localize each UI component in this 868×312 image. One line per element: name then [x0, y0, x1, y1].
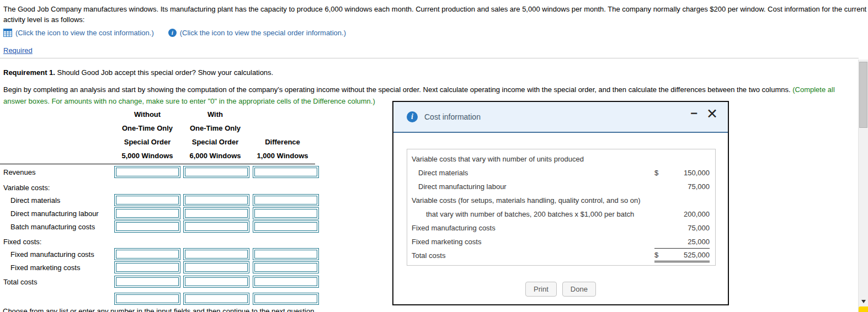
answer-box — [114, 276, 180, 288]
col2-header: One-Time Only — [183, 121, 247, 135]
row-label: Direct manufacturing labour — [0, 209, 114, 218]
answer-box — [183, 220, 249, 233]
problem-statement-line2: activity level is as follows: — [3, 15, 84, 24]
answer-input[interactable] — [185, 168, 248, 176]
dialog-buttons: Print Done — [393, 282, 728, 297]
table-row-fixed-marketing-costs: Fixed marketing costs — [0, 261, 319, 273]
row-label: Fixed marketing costs — [0, 263, 114, 272]
cost-table-icon[interactable] — [3, 29, 12, 37]
answer-box — [253, 261, 319, 273]
answer-box — [183, 293, 249, 305]
answer-box — [183, 207, 249, 219]
answer-input[interactable] — [116, 196, 179, 205]
clipped-bottom-text: Choose from any list or enter any number… — [3, 307, 316, 312]
cost-info-link-label: (Click the icon to view the cost informa… — [15, 29, 154, 37]
answer-input[interactable] — [116, 250, 179, 259]
answer-input[interactable] — [116, 277, 179, 286]
info-icon-glyph: i — [411, 112, 413, 121]
answer-input[interactable] — [254, 294, 317, 303]
cost-row-label: Total costs — [412, 251, 654, 260]
worksheet-header: Without With One-Time Only One-Time Only… — [0, 107, 315, 163]
table-row-fixed-manufacturing-costs: Fixed manufacturing costs — [0, 248, 319, 260]
answer-input[interactable] — [185, 294, 248, 303]
answer-input[interactable] — [116, 209, 179, 218]
instructions-green-2: answer boxes. For amounts with no change… — [3, 97, 375, 105]
cost-row-label: Variable costs (for setups, materials ha… — [412, 196, 654, 205]
answer-box — [114, 261, 180, 273]
done-button[interactable]: Done — [562, 282, 596, 297]
answer-box — [114, 194, 180, 206]
cost-amount: 75,000 — [668, 224, 710, 232]
cost-row-label: Direct manufacturing labour — [412, 182, 654, 191]
problem-statement: The Good Job Company manufactures window… — [3, 4, 866, 25]
answer-input[interactable] — [254, 209, 317, 218]
answer-input[interactable] — [254, 222, 317, 231]
minimize-icon[interactable]: − — [690, 107, 697, 120]
table-row-partial — [0, 293, 319, 305]
row-label: Revenues — [0, 168, 114, 176]
info-icon-glyph: i — [172, 29, 173, 36]
cost-row: Total costs $525,000 — [407, 249, 715, 262]
answer-input[interactable] — [254, 196, 317, 205]
cost-row: that vary with number of batches, 200 ba… — [407, 207, 715, 221]
answer-box — [253, 220, 319, 233]
row-label: Direct materials — [0, 196, 114, 205]
col2-header: 6,000 Windows — [183, 149, 247, 163]
row-label: Fixed manufacturing costs — [0, 250, 114, 259]
answer-input[interactable] — [185, 196, 248, 205]
answer-box — [114, 220, 180, 233]
col1-header: 5,000 Windows — [114, 149, 180, 163]
row-label: Variable costs: — [0, 184, 114, 192]
answer-box — [253, 248, 319, 260]
cost-information-dialog: i Cost information − ✕ Variable costs th… — [392, 101, 729, 305]
answer-input[interactable] — [116, 294, 179, 303]
answer-box — [183, 276, 249, 288]
table-row-batch-manufacturing-costs: Batch manufacturing costs — [0, 220, 319, 233]
cost-row-label: that vary with number of batches, 200 ba… — [412, 210, 654, 218]
row-label: Total costs — [0, 278, 114, 286]
col3-header: Difference — [251, 135, 315, 149]
answer-input[interactable] — [116, 222, 179, 231]
cost-row: Fixed manufacturing costs 75,000 — [407, 221, 715, 235]
answer-box — [114, 248, 180, 260]
col1-header: One-Time Only — [114, 121, 180, 135]
requirement-text: Should Good Job accept this special orde… — [55, 68, 273, 77]
info-icon[interactable]: i — [168, 29, 177, 37]
table-row-fixed-costs: Fixed costs: — [0, 236, 114, 246]
icon-links-row: (Click the icon to view the cost informa… — [3, 28, 346, 37]
worksheet-header-rule — [0, 164, 315, 164]
print-button[interactable]: Print — [525, 282, 557, 297]
cost-row: Direct manufacturing labour 75,000 — [407, 180, 715, 193]
row-label: Batch manufacturing costs — [0, 223, 114, 231]
dialog-body: Variable costs that vary with number of … — [393, 133, 728, 304]
answer-input[interactable] — [185, 250, 248, 259]
requirement-line: Requirement 1. Should Good Job accept th… — [3, 68, 273, 77]
answer-input[interactable] — [254, 250, 317, 259]
problem-statement-line1: The Good Job Company manufactures window… — [3, 5, 866, 13]
answer-input[interactable] — [116, 263, 179, 272]
table-row-direct-materials: Direct materials — [0, 194, 319, 206]
arrow-down-icon — [861, 300, 866, 303]
table-row-direct-manufacturing-labour: Direct manufacturing labour — [0, 207, 319, 219]
answer-input[interactable] — [254, 168, 317, 176]
cost-row: Direct materials $150,000 — [407, 166, 715, 180]
answer-box — [114, 293, 180, 305]
dialog-header: i Cost information − ✕ — [393, 102, 728, 133]
scroll-down-button[interactable] — [859, 297, 868, 306]
answer-input[interactable] — [185, 277, 248, 286]
answer-input[interactable] — [254, 277, 317, 286]
required-link[interactable]: Required — [3, 46, 33, 55]
answer-input[interactable] — [185, 263, 248, 272]
cost-row-label: Direct materials — [412, 169, 654, 177]
close-icon[interactable]: ✕ — [706, 107, 718, 120]
answer-input[interactable] — [185, 222, 248, 231]
scrollbar-thumb[interactable] — [859, 62, 867, 128]
cost-amount: 525,000 — [668, 251, 710, 259]
answer-input[interactable] — [185, 209, 248, 218]
answer-input[interactable] — [116, 168, 179, 176]
answer-input[interactable] — [254, 263, 317, 272]
col1-header: Without — [114, 107, 180, 121]
table-row-revenues: Revenues — [0, 166, 319, 178]
answer-box — [253, 207, 319, 219]
row-label: Fixed costs: — [0, 238, 114, 246]
